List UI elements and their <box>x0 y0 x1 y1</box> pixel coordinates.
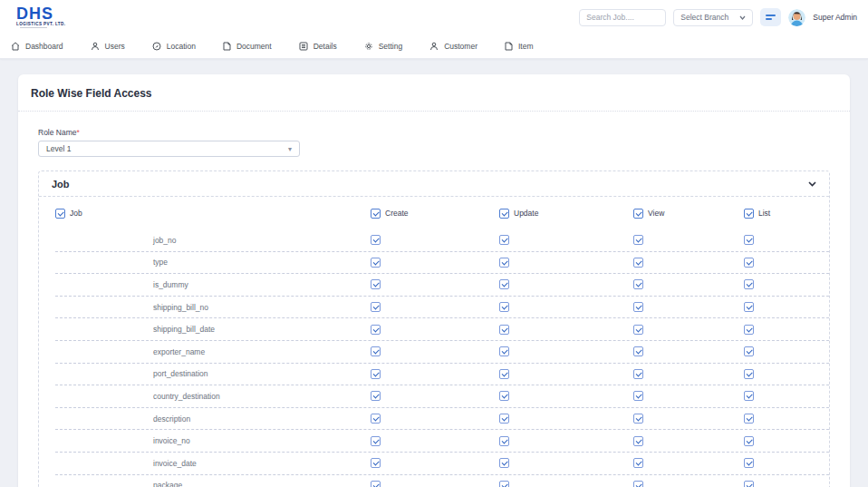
list-field-checkbox[interactable] <box>744 481 754 487</box>
search-input[interactable] <box>579 9 666 26</box>
field-row: description <box>55 408 829 431</box>
app-logo: DHS LOGISTICS PVT. LTD. <box>11 5 65 30</box>
view-field-checkbox[interactable] <box>633 458 643 468</box>
compass-icon <box>152 42 161 51</box>
view-column-label: View <box>648 209 664 218</box>
update-field-checkbox[interactable] <box>499 279 509 289</box>
list-field-checkbox[interactable] <box>744 436 754 446</box>
list-field-checkbox[interactable] <box>744 414 754 424</box>
list-field-checkbox[interactable] <box>744 391 754 401</box>
role-name-select[interactable]: Level 1 ▾ <box>38 141 300 157</box>
update-field-checkbox[interactable] <box>499 258 509 268</box>
list-field-checkbox[interactable] <box>744 346 754 356</box>
create-field-checkbox[interactable] <box>371 279 381 289</box>
create-field-checkbox[interactable] <box>371 235 381 245</box>
update-field-checkbox[interactable] <box>499 414 509 424</box>
chevron-down-icon[interactable] <box>808 181 816 187</box>
page-title: Role Wise Field Access <box>31 87 152 100</box>
page-content: Role Wise Field Access Role Name* Level … <box>0 59 868 487</box>
list-column-label: List <box>758 209 770 218</box>
update-field-checkbox[interactable] <box>499 346 509 356</box>
logo-subtitle: LOGISTICS PVT. LTD. <box>16 23 65 27</box>
update-field-checkbox[interactable] <box>499 302 509 312</box>
nav-item-item[interactable]: Item <box>505 42 534 51</box>
permission-header-row: Job Create Update View <box>55 197 829 229</box>
view-field-checkbox[interactable] <box>633 258 643 268</box>
branch-select[interactable]: Select Branch <box>673 9 753 26</box>
job-section: Job Job Create <box>38 170 830 487</box>
field-label: invoice_no <box>55 436 371 445</box>
list-field-checkbox[interactable] <box>744 325 754 335</box>
create-field-checkbox[interactable] <box>371 346 381 356</box>
list-column-checkbox[interactable] <box>744 209 754 219</box>
field-label: package <box>55 481 371 487</box>
job-section-title: Job <box>52 179 70 190</box>
nav-item-location[interactable]: Location <box>152 42 196 51</box>
create-field-checkbox[interactable] <box>371 258 381 268</box>
list-field-checkbox[interactable] <box>744 369 754 379</box>
field-row: exporter_name <box>55 341 829 364</box>
field-label: invoice_date <box>55 459 371 468</box>
role-name-label: Role Name* <box>38 128 830 137</box>
list-field-checkbox[interactable] <box>744 258 754 268</box>
branch-select-value: Select Branch <box>680 13 728 22</box>
nav-item-details[interactable]: Details <box>299 42 337 51</box>
view-field-checkbox[interactable] <box>633 346 643 356</box>
list-field-checkbox[interactable] <box>744 302 754 312</box>
list-field-checkbox[interactable] <box>744 235 754 245</box>
create-field-checkbox[interactable] <box>371 302 381 312</box>
create-field-checkbox[interactable] <box>371 481 381 487</box>
create-column-checkbox[interactable] <box>371 209 381 219</box>
create-field-checkbox[interactable] <box>371 391 381 401</box>
update-field-checkbox[interactable] <box>499 458 509 468</box>
create-field-checkbox[interactable] <box>371 436 381 446</box>
view-field-checkbox[interactable] <box>633 302 643 312</box>
update-field-checkbox[interactable] <box>499 481 509 487</box>
view-field-checkbox[interactable] <box>633 325 643 335</box>
permission-grid: Job Create Update View <box>39 197 829 487</box>
job-section-header[interactable]: Job <box>39 171 829 197</box>
nav-item-document[interactable]: Document <box>223 42 272 51</box>
view-column-checkbox[interactable] <box>633 209 643 219</box>
view-field-checkbox[interactable] <box>633 436 643 446</box>
job-group-checkbox[interactable] <box>55 209 65 219</box>
create-field-checkbox[interactable] <box>371 414 381 424</box>
view-field-checkbox[interactable] <box>633 279 643 289</box>
view-field-checkbox[interactable] <box>633 235 643 245</box>
create-field-checkbox[interactable] <box>371 369 381 379</box>
field-row: port_destination <box>55 364 829 386</box>
update-field-checkbox[interactable] <box>499 436 509 446</box>
nav-item-customer[interactable]: Customer <box>429 42 477 51</box>
update-field-checkbox[interactable] <box>499 369 509 379</box>
update-field-checkbox[interactable] <box>499 235 509 245</box>
user-avatar[interactable] <box>788 9 805 26</box>
field-label: port_destination <box>55 369 371 378</box>
nav-item-setting[interactable]: Setting <box>364 42 402 51</box>
create-field-checkbox[interactable] <box>371 325 381 335</box>
list-field-checkbox[interactable] <box>744 458 754 468</box>
list-field-checkbox[interactable] <box>744 279 754 289</box>
main-nav: Dashboard Users Location Document Detail… <box>0 34 868 59</box>
update-field-checkbox[interactable] <box>499 391 509 401</box>
top-header: DHS LOGISTICS PVT. LTD. Select Branch Su… <box>0 0 868 34</box>
nav-item-users[interactable]: Users <box>91 42 125 51</box>
user-icon <box>91 42 100 51</box>
view-field-checkbox[interactable] <box>633 369 643 379</box>
view-field-checkbox[interactable] <box>633 414 643 424</box>
update-column-checkbox[interactable] <box>499 209 509 219</box>
logo-tagline-rule <box>20 27 47 29</box>
create-field-checkbox[interactable] <box>371 458 381 468</box>
field-row: job_no <box>55 229 829 252</box>
field-row: country_destination <box>55 385 829 408</box>
field-label: description <box>55 414 371 424</box>
logo-text: DHS <box>16 5 65 22</box>
filter-toggle-icon[interactable] <box>760 8 781 26</box>
field-label: job_no <box>55 236 371 245</box>
user-name: Super Admin <box>813 13 857 22</box>
update-field-checkbox[interactable] <box>499 325 509 335</box>
view-field-checkbox[interactable] <box>633 391 643 401</box>
avatar-illustration <box>788 9 805 26</box>
field-row: shipping_bill_date <box>55 318 829 341</box>
nav-item-dashboard[interactable]: Dashboard <box>11 42 63 51</box>
view-field-checkbox[interactable] <box>633 481 643 487</box>
